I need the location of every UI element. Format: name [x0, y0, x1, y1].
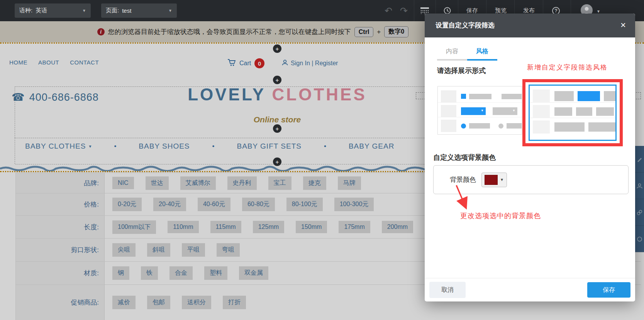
- editor-screen: + + + + HOMEABOUTCONTACT Cart 0 Sign In …: [0, 0, 644, 320]
- language-dropdown[interactable]: 语种: 英语 ▼: [15, 3, 91, 18]
- close-icon[interactable]: ×: [618, 20, 628, 30]
- language-label: 语种:: [19, 7, 32, 14]
- option-bg-color-heading: 自定义选项背景颜色: [433, 153, 496, 162]
- undo-button[interactable]: ↶: [381, 0, 395, 21]
- modal-title: 设置自定义字段筛选: [436, 22, 495, 29]
- color-swatch: [485, 175, 498, 185]
- page-dropdown[interactable]: 页面: test ▼: [101, 3, 177, 18]
- language-value: 英语: [36, 7, 47, 14]
- page-label: 页面:: [106, 7, 119, 14]
- bg-color-label: 背景颜色: [450, 175, 476, 184]
- modal-header: 设置自定义字段筛选 ×: [425, 14, 635, 37]
- save-button[interactable]: 保存: [587, 282, 630, 298]
- modal-tabs: 内容 风格: [437, 47, 497, 61]
- account-menu-caret[interactable]: ▼: [597, 9, 600, 14]
- annotation-red-box: [522, 79, 623, 146]
- chevron-down-icon: ▼: [82, 8, 86, 13]
- tab-content[interactable]: 内容: [437, 47, 467, 61]
- page-value: test: [122, 7, 131, 14]
- tab-style[interactable]: 风格: [467, 47, 497, 61]
- annotation-change-bg: 更改选项选中的背景颜色: [460, 211, 541, 220]
- display-style-heading: 请选择展示形式: [437, 66, 486, 75]
- modal-footer: 取消 保存: [425, 278, 635, 301]
- bg-color-picker[interactable]: ▼: [481, 173, 507, 187]
- cancel-button[interactable]: 取消: [429, 282, 466, 298]
- annotation-arrow: [452, 184, 473, 210]
- style-option-1[interactable]: [437, 86, 522, 135]
- annotation-new-style: 新增自定义字段筛选风格: [527, 63, 608, 72]
- chevron-down-icon: ▼: [500, 178, 504, 182]
- chevron-down-icon: ▼: [168, 8, 172, 13]
- custom-field-filter-modal: 设置自定义字段筛选 × 内容 风格 请选择展示形式 新增自定义字段筛选风格: [425, 14, 635, 301]
- style-option-2-selected[interactable]: [529, 85, 617, 141]
- redo-button[interactable]: ↷: [397, 0, 411, 21]
